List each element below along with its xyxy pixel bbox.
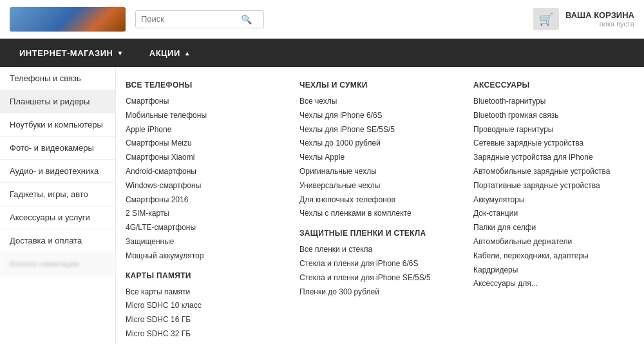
link-bt-handsfree[interactable]: Bluetooth громкая связь [473, 110, 634, 121]
nav-item-shop[interactable]: ИНТЕРНЕТ-МАГАЗИН ▼ [6, 39, 137, 67]
logo[interactable] [10, 7, 126, 32]
link-windows[interactable]: Windows-смартфоны [126, 180, 287, 191]
link-selfie[interactable]: Палки для селфи [473, 222, 634, 233]
sidebar-item-accessories[interactable]: Аксессуары и услуги [0, 206, 115, 229]
sidebar-item-audio[interactable]: Аудио- и видеотехника [0, 160, 115, 183]
nav-bar: ИНТЕРНЕТ-МАГАЗИН ▼ АКЦИИ ▲ [0, 39, 644, 67]
col-phones: ВСЕ ТЕЛЕФОНЫ Смартфоны Мобильные телефон… [126, 81, 287, 344]
search-box[interactable]: 🔍 [135, 10, 264, 28]
link-all-cases[interactable]: Все чехлы [299, 96, 460, 107]
link-xiaomi[interactable]: Смартфоны Xiaomi [126, 152, 287, 163]
col-cases: ЧЕХЛЫ И СУМКИ Все чехлы Чехлы для iPhone… [299, 81, 460, 344]
sidebar-item-delivery[interactable]: Доставка и оплата [0, 229, 115, 253]
search-icon: 🔍 [241, 14, 252, 24]
link-meizu[interactable]: Смартфоны Meizu [126, 138, 287, 149]
col-phones-header: ВСЕ ТЕЛЕФОНЫ [126, 81, 287, 90]
col-cases-header: ЧЕХЛЫ И СУМКИ [299, 81, 460, 90]
col-accessories: АКСЕССУАРЫ Bluetooth-гарнитуры Bluetooth… [473, 81, 634, 344]
col-memory-header: КАРТЫ ПАМЯТИ [126, 271, 287, 280]
link-iphone6-cases[interactable]: Чехлы для iPhone 6/6S [299, 110, 460, 121]
link-original-cases[interactable]: Оригинальные чехлы [299, 166, 460, 177]
link-batteries[interactable]: Аккумуляторы [473, 195, 634, 205]
link-micro10[interactable]: Micro SDHC 10 класс [126, 300, 287, 311]
link-cardreaders[interactable]: Кардридеры [473, 265, 634, 276]
link-2sim[interactable]: 2 SIM-карты [126, 208, 287, 219]
link-button-cases[interactable]: Для кнопочных телефонов [299, 195, 460, 205]
sidebar-item-gadgets[interactable]: Гаджеты, игры, авто [0, 183, 115, 206]
dropdown-content: ВСЕ ТЕЛЕФОНЫ Смартфоны Мобильные телефон… [116, 67, 644, 344]
link-cases-1000[interactable]: Чехлы до 1000 рублей [299, 138, 460, 149]
cart-area: 🛒 ВАША КОРЗИНА пока пуста [533, 8, 634, 30]
link-films-iphone6[interactable]: Стекла и пленки для iPhone 6/6S [299, 258, 460, 269]
sidebar: Телефоны и связь Планшеты и ридеры Ноутб… [0, 67, 116, 344]
nav-sales-label: АКЦИИ [149, 48, 180, 58]
sidebar-item-laptops[interactable]: Ноутбуки и компьютеры [0, 113, 115, 137]
sidebar-item-blurred: Кнопка навигации [0, 253, 115, 276]
link-films-300[interactable]: Пленки до 300 рублей [299, 287, 460, 298]
main-layout: Телефоны и связь Планшеты и ридеры Ноутб… [0, 67, 644, 344]
link-docks[interactable]: Док-станции [473, 208, 634, 219]
link-wired-headset[interactable]: Проводные гарнитуры [473, 124, 634, 135]
link-films-iphonese[interactable]: Стекла и пленки для iPhone SE/5S/5 [299, 272, 460, 283]
link-bt-headset[interactable]: Bluetooth-гарнитуры [473, 96, 634, 107]
cart-status: пока пуста [565, 20, 634, 28]
cart-label: ВАША КОРЗИНА [565, 10, 634, 20]
link-micro32[interactable]: Micro SDHC 32 ГБ [126, 329, 287, 339]
link-apple-cases[interactable]: Чехлы Apple [299, 152, 460, 163]
nav-shop-label: ИНТЕРНЕТ-МАГАЗИН [19, 48, 113, 58]
link-iphone-charger[interactable]: Зарядные устройства для iPhone [473, 152, 634, 163]
col-films-header: ЗАЩИТНЫЕ ПЛЕНКИ И СТЕКЛА [299, 229, 460, 238]
link-battery[interactable]: Мощный аккумулятор [126, 251, 287, 262]
link-apple-iphone[interactable]: Apple iPhone [126, 124, 287, 135]
sidebar-item-tablets[interactable]: Планшеты и ридеры [0, 90, 115, 113]
nav-sales-arrow: ▲ [184, 50, 191, 57]
link-smartphones[interactable]: Смартфоны [126, 96, 287, 107]
sidebar-item-photo[interactable]: Фото- и видеокамеры [0, 137, 115, 160]
link-2016[interactable]: Смартфоны 2016 [126, 195, 287, 205]
link-network-charger[interactable]: Сетевые зарядные устройства [473, 138, 634, 149]
link-rugged[interactable]: Защищенные [126, 236, 287, 247]
link-iphonese-cases[interactable]: Чехлы для iPhone SE/5S/5 [299, 124, 460, 135]
cart-icon[interactable]: 🛒 [533, 8, 559, 30]
nav-item-sales[interactable]: АКЦИИ ▲ [137, 39, 204, 67]
link-mobile-phones[interactable]: Мобильные телефоны [126, 110, 287, 121]
link-universal-cases[interactable]: Универсальные чехлы [299, 180, 460, 191]
search-input[interactable] [141, 14, 241, 24]
link-all-films[interactable]: Все пленки и стекла [299, 244, 460, 255]
cart-text: ВАША КОРЗИНА пока пуста [565, 10, 634, 28]
link-car-holders[interactable]: Автомобильные держатели [473, 236, 634, 247]
link-car-charger[interactable]: Автомобильные зарядные устройства [473, 166, 634, 177]
link-micro16[interactable]: Micro SDHC 16 ГБ [126, 314, 287, 325]
col-accessories-header: АКСЕССУАРЫ [473, 81, 634, 90]
link-all-memory[interactable]: Все карты памяти [126, 287, 287, 298]
link-android[interactable]: Android-смартфоны [126, 166, 287, 177]
link-portable-charger[interactable]: Портативные зарядные устройства [473, 180, 634, 191]
header: 🔍 🛒 ВАША КОРЗИНА пока пуста [0, 0, 644, 39]
sidebar-item-phones[interactable]: Телефоны и связь [0, 67, 115, 90]
link-4g[interactable]: 4G/LTE-смартфоны [126, 222, 287, 233]
link-cables[interactable]: Кабели, переходники, адаптеры [473, 251, 634, 262]
link-film-cases[interactable]: Чехлы с пленками в комплекте [299, 208, 460, 219]
nav-shop-arrow: ▼ [117, 50, 123, 57]
link-more-accessories[interactable]: Аксессуары для... [473, 278, 634, 289]
